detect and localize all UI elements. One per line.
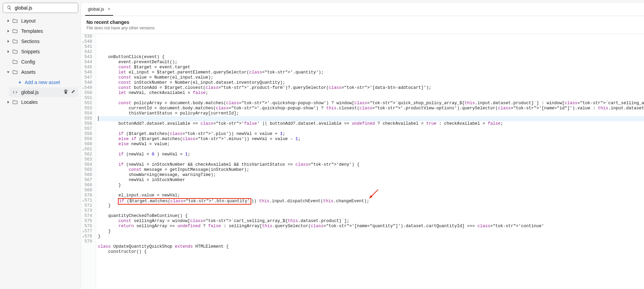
code-line[interactable]: const value = Number(el_input.value);: [98, 75, 644, 80]
code-line[interactable]: const sellingArray = window[class="tok-s…: [98, 219, 644, 224]
folder-locales[interactable]: Locales: [3, 97, 78, 107]
header-title: No recent changes: [86, 19, 644, 25]
line-number: 572: [83, 203, 94, 208]
line-number: 550: [83, 91, 94, 96]
code-line[interactable]: onButtonClick(event) {: [98, 55, 644, 60]
gutter: 539▾540541542543544545546547548▾54955055…: [81, 34, 96, 289]
search-box[interactable]: [3, 3, 78, 13]
folder-snippets[interactable]: Snippets: [3, 46, 78, 57]
rename-icon[interactable]: [70, 89, 76, 95]
search-input[interactable]: [15, 5, 75, 11]
line-number: 545: [83, 65, 94, 70]
line-number: 547: [83, 75, 94, 80]
close-icon[interactable]: ×: [108, 6, 110, 12]
code-line[interactable]: [98, 254, 644, 260]
code-line[interactable]: if (newVal < 0 ) newVal = 1;: [98, 152, 644, 157]
code-line[interactable]: showWarning(message, warningTime);: [98, 173, 644, 178]
code-line[interactable]: newVal = inStockNumber: [98, 178, 644, 183]
code-line[interactable]: [98, 126, 644, 132]
plus-icon: +: [18, 80, 21, 85]
code-line[interactable]: if ($target.matches(class="tok-str">'.pl…: [98, 132, 644, 137]
code-line[interactable]: event.preventDefault();: [98, 60, 644, 65]
folder-assets[interactable]: Assets: [3, 67, 78, 77]
code-line[interactable]: quantityCheckedToBeContinue() {: [98, 214, 644, 219]
code-line[interactable]: if (newVal > inStockNumber && checkAvail…: [98, 162, 644, 167]
code-line[interactable]: const policyArray = document.body.matche…: [98, 101, 644, 106]
line-number: 562: [83, 152, 94, 157]
folder-label: Snippets: [21, 49, 40, 54]
sidebar: LayoutTemplatesSectionsSnippetsConfigAss…: [0, 0, 81, 289]
line-number: 570: [83, 193, 94, 198]
code-line[interactable]: let el_input = $target.parentElement.que…: [98, 70, 644, 75]
code-line[interactable]: return sellingArray == undefined ? false…: [98, 224, 644, 229]
folder-layout[interactable]: Layout: [3, 16, 78, 26]
line-number: 546: [83, 70, 94, 75]
code-line[interactable]: [98, 116, 644, 121]
line-number: 579: [83, 239, 94, 244]
line-number: ▾577: [83, 229, 94, 234]
line-number: 576: [83, 224, 94, 229]
delete-icon[interactable]: [63, 89, 68, 95]
folder-label: Layout: [21, 18, 36, 24]
line-number: 554: [83, 111, 94, 116]
file-global-js[interactable]: global.js: [9, 87, 78, 97]
search-icon: [6, 5, 12, 11]
line-number: 575: [83, 219, 94, 224]
code-line[interactable]: }: [98, 183, 644, 188]
code-line[interactable]: [98, 50, 644, 55]
line-number: 544: [83, 60, 94, 65]
line-number: 566: [83, 173, 94, 178]
code-line[interactable]: }: [98, 229, 644, 234]
line-number: 556: [83, 121, 94, 126]
tab-label: global.js: [88, 6, 104, 12]
code-line[interactable]: else if ($target.matches(class="tok-str"…: [98, 137, 644, 142]
code-editor[interactable]: 539▾540541542543544545546547548▾54955055…: [81, 34, 644, 289]
code-line[interactable]: class UpdateQuantityQuickShop extends HT…: [98, 244, 644, 249]
line-number: 555: [83, 116, 94, 121]
code-line[interactable]: [98, 239, 644, 244]
line-number: 568: [83, 183, 94, 188]
code-line[interactable]: }: [98, 234, 644, 239]
line-number: 553: [83, 106, 94, 111]
line-number: 565: [83, 167, 94, 173]
code-line[interactable]: }: [98, 203, 644, 208]
line-number: ▾571: [83, 198, 94, 203]
code-line[interactable]: const message = getInputMessage(inStockN…: [98, 167, 644, 173]
code-line[interactable]: const inStockNumber = Number(el_input.da…: [98, 80, 644, 85]
code-line[interactable]: constructor() {: [98, 249, 644, 254]
line-number: 569: [83, 188, 94, 193]
code-line[interactable]: [98, 157, 644, 162]
code-line[interactable]: const buttonAdd = $target.closest(class=…: [98, 85, 644, 91]
code-line[interactable]: const $target = event.target: [98, 65, 644, 70]
folder-config[interactable]: Config: [3, 57, 78, 67]
code-line[interactable]: else newVal = value;: [98, 142, 644, 147]
tab-global-js[interactable]: global.js ×: [85, 3, 113, 16]
line-number: 574: [83, 214, 94, 219]
line-number: 539: [83, 34, 94, 39]
folder-templates[interactable]: Templates: [3, 26, 78, 36]
code-line[interactable]: [98, 188, 644, 193]
line-number: 567: [83, 178, 94, 183]
add-asset-link[interactable]: +Add a new asset: [9, 77, 78, 87]
code-line[interactable]: buttonAdd?.dataset.available == class="t…: [98, 121, 644, 126]
code-area[interactable]: onButtonClick(event) { event.preventDefa…: [96, 34, 644, 289]
line-number: ▾578: [83, 234, 94, 239]
line-number: 559: [83, 137, 94, 142]
line-number: 563: [83, 157, 94, 162]
code-line[interactable]: [98, 147, 644, 152]
folder-sections[interactable]: Sections: [3, 36, 78, 46]
code-line[interactable]: el_input.value = newVal;: [98, 193, 644, 198]
tabs: global.js ×: [81, 3, 644, 16]
line-number: ▾540: [83, 39, 94, 44]
code-line[interactable]: currentId = document.body.matches(class=…: [98, 106, 644, 111]
code-line[interactable]: [98, 208, 644, 214]
folder-label: Templates: [21, 28, 43, 34]
folder-label: Assets: [21, 69, 36, 75]
code-line[interactable]: let newVal, checkAvailabel = false;: [98, 91, 644, 96]
header-subtitle: File does not have any other versions: [86, 26, 644, 30]
code-line[interactable]: [98, 96, 644, 101]
code-line[interactable]: if ($target.matches(class="tok-str">'.bt…: [98, 198, 644, 203]
code-line[interactable]: thisVariantStatus = policyArray[currentI…: [98, 111, 644, 116]
main: global.js × No recent changes File does …: [81, 0, 644, 289]
line-number: 551: [83, 96, 94, 101]
